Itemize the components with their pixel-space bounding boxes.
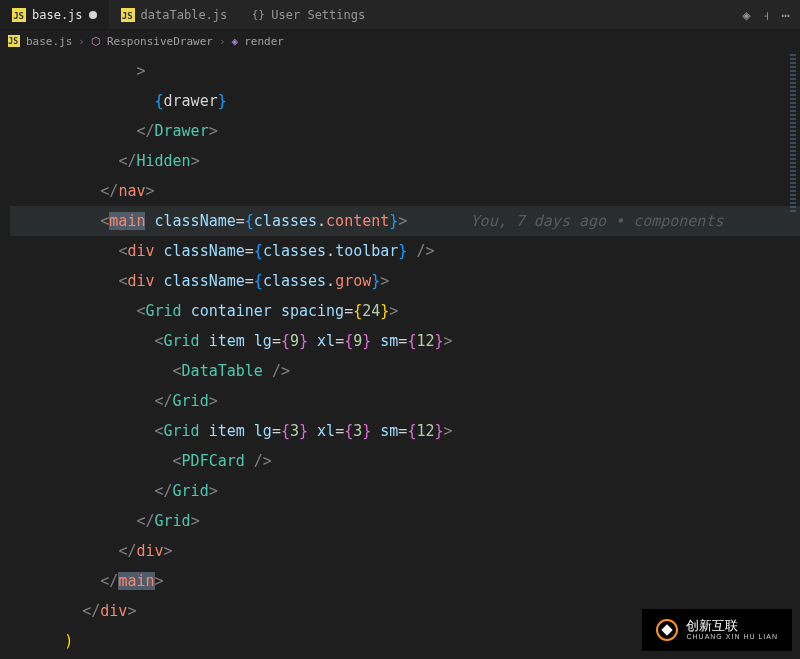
code-editor[interactable]: > {drawer} </Drawer> </Hidden> </nav> <m… — [0, 52, 800, 656]
code-line: <Grid item lg={3} xl={3} sm={12}> — [10, 416, 800, 446]
editor-actions: ◈ ⫞ ⋯ — [742, 7, 800, 23]
chevron-right-icon: › — [78, 35, 85, 48]
code-line: <Grid item lg={9} xl={9} sm={12}> — [10, 326, 800, 356]
chevron-right-icon: › — [219, 35, 226, 48]
code-line: <div className={classes.toolbar} /> — [10, 236, 800, 266]
watermark: 创新互联 CHUANG XIN HU LIAN — [642, 609, 792, 651]
code-line: <div className={classes.grow}> — [10, 266, 800, 296]
settings-icon: {} — [251, 8, 265, 22]
breadcrumb-symbol: ResponsiveDrawer — [107, 35, 213, 48]
tab-bar: JS base.js JS dataTable.js {} User Setti… — [0, 0, 800, 30]
tab-label: User Settings — [271, 8, 365, 22]
tab-base-js[interactable]: JS base.js — [0, 0, 109, 29]
js-icon: JS — [121, 8, 135, 22]
code-line: </Grid> — [10, 506, 800, 536]
watermark-logo-icon — [656, 619, 678, 641]
breadcrumb[interactable]: JS base.js › ⬡ ResponsiveDrawer › ◈ rend… — [0, 30, 800, 52]
code-line: > — [10, 56, 800, 86]
split-editor-icon[interactable]: ⫞ — [763, 7, 770, 23]
more-icon[interactable]: ⋯ — [782, 7, 790, 23]
tab-user-settings[interactable]: {} User Settings — [239, 0, 377, 29]
js-icon: JS — [8, 35, 20, 47]
code-line: </Grid> — [10, 386, 800, 416]
code-line: <PDFCard /> — [10, 446, 800, 476]
code-line: {drawer} — [10, 86, 800, 116]
code-line: </Hidden> — [10, 146, 800, 176]
watermark-sub: CHUANG XIN HU LIAN — [686, 633, 778, 641]
code-area: > {drawer} </Drawer> </Hidden> </nav> <m… — [10, 56, 800, 656]
code-line: </Drawer> — [10, 116, 800, 146]
tab-label: base.js — [32, 8, 83, 22]
symbol-icon: ⬡ — [91, 35, 101, 48]
watermark-text: 创新互联 — [686, 619, 778, 633]
code-line: <main className={classes.content}> You, … — [10, 206, 800, 236]
dirty-indicator-icon — [89, 11, 97, 19]
compare-icon[interactable]: ◈ — [742, 7, 750, 23]
js-icon: JS — [12, 8, 26, 22]
code-line: </main> — [10, 566, 800, 596]
breadcrumb-file: base.js — [26, 35, 72, 48]
tab-label: dataTable.js — [141, 8, 228, 22]
code-line: </Grid> — [10, 476, 800, 506]
method-icon: ◈ — [232, 35, 239, 48]
git-blame-annotation: You, 7 days ago • components — [471, 212, 724, 230]
code-line: </nav> — [10, 176, 800, 206]
breadcrumb-symbol: render — [244, 35, 284, 48]
code-line: </div> — [10, 536, 800, 566]
tab-datatable-js[interactable]: JS dataTable.js — [109, 0, 240, 29]
minimap[interactable] — [790, 54, 796, 214]
code-line: <Grid container spacing={24}> — [10, 296, 800, 326]
code-line: <DataTable /> — [10, 356, 800, 386]
